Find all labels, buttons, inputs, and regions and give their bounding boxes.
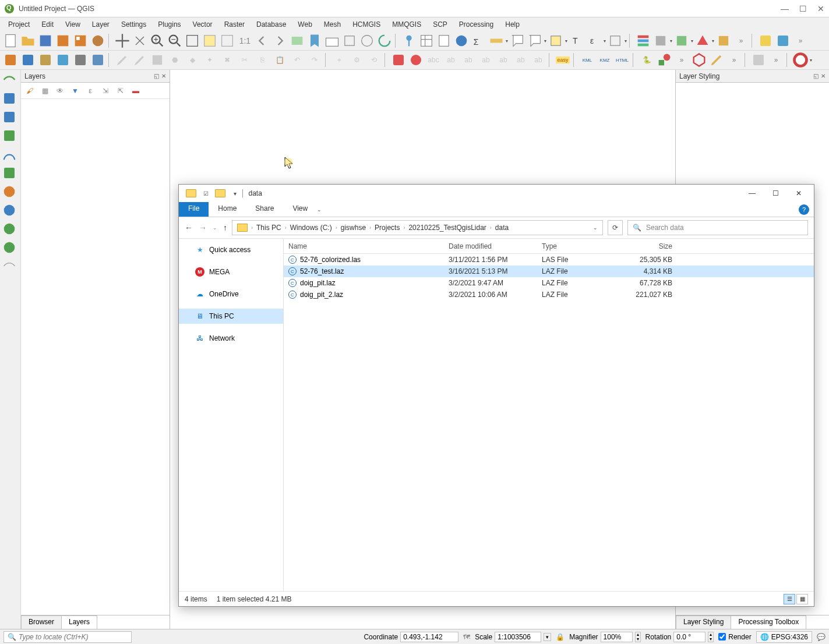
more-tools-4[interactable]: » <box>726 52 742 68</box>
pan-to-selection-button[interactable] <box>132 33 148 49</box>
qat-dropdown-icon[interactable]: ▾ <box>231 189 239 197</box>
map-tips-button[interactable] <box>509 33 525 49</box>
more-tools-3[interactable]: » <box>673 52 690 68</box>
menu-scp[interactable]: SCP <box>427 20 453 29</box>
new-virtual-layer-button[interactable] <box>715 33 732 49</box>
edit-save2-button[interactable] <box>149 52 165 68</box>
menu-plugins[interactable]: Plugins <box>152 20 186 29</box>
nav-onedrive[interactable]: ☁ OneDrive <box>179 286 283 302</box>
edit-copy-button[interactable]: ⎘ <box>254 52 270 68</box>
pan-button[interactable] <box>114 33 130 49</box>
menu-mmqgis[interactable]: MMQGIS <box>386 20 427 29</box>
new-map-view-button[interactable] <box>289 33 305 49</box>
open-project-button[interactable] <box>20 33 36 49</box>
nav-up-button[interactable]: ↑ <box>223 223 227 232</box>
menu-hcmgis[interactable]: HCMGIS <box>347 20 386 29</box>
edit-undo-button[interactable]: ↶ <box>289 52 305 68</box>
georef-button[interactable] <box>750 52 767 68</box>
menu-settings[interactable]: Settings <box>115 20 152 29</box>
file-row[interactable]: C52-76_test.laz 3/16/2021 5:13 PM LAZ Fi… <box>284 266 814 277</box>
v-tool-4[interactable] <box>1 128 17 143</box>
python-button[interactable]: 🐍 <box>638 52 655 68</box>
v-tool-3[interactable] <box>1 109 17 125</box>
zoom-selection-button[interactable] <box>202 33 218 49</box>
ribbon-chevron-icon[interactable]: ⌄ <box>317 207 322 213</box>
more-tools-1[interactable]: » <box>733 33 749 49</box>
edit-move-button[interactable]: ✦ <box>202 52 218 68</box>
col-name-header[interactable]: Name <box>284 242 444 250</box>
field-calculator-button[interactable] <box>436 33 452 49</box>
add-virtual-button[interactable] <box>90 52 106 68</box>
render-checkbox[interactable] <box>718 633 726 641</box>
col-size-header[interactable]: Size <box>613 242 677 250</box>
layer-collapse-button[interactable]: ⇱ <box>114 84 127 97</box>
explorer-titlebar[interactable]: ☑ ▾ │ data — ☐ ✕ <box>179 185 814 202</box>
breadcrumb-dropdown[interactable]: ⌄ <box>590 225 601 231</box>
breadcrumb[interactable]: › This PC› Windows (C:)› giswhse› Projec… <box>232 220 603 235</box>
layout-manager-button[interactable] <box>72 33 89 49</box>
view-details-button[interactable]: ☰ <box>784 594 795 604</box>
crumb-3[interactable]: Projects <box>371 224 403 232</box>
add-delimited-button[interactable] <box>55 52 71 68</box>
tab-processing-toolbox[interactable]: Processing Toolbox <box>731 615 806 629</box>
edit-delete-button[interactable]: ✖ <box>219 52 235 68</box>
menu-mesh[interactable]: Mesh <box>318 20 347 29</box>
help-icon[interactable]: ? <box>799 204 809 215</box>
v-tool-2[interactable] <box>1 91 17 106</box>
lifering-button[interactable] <box>792 52 809 68</box>
label3-button[interactable]: abc <box>425 52 442 68</box>
label6-button[interactable]: ab <box>478 52 494 68</box>
crumb-4[interactable]: 20210225_TestQgisLidar <box>405 224 489 232</box>
crumb-1[interactable]: Windows (C:) <box>287 224 336 232</box>
new-print-layout-button[interactable] <box>55 33 71 49</box>
view-large-icons-button[interactable]: ▦ <box>796 594 808 604</box>
new-geopackage-button[interactable] <box>652 33 669 49</box>
explorer-maximize-button[interactable]: ☐ <box>764 185 787 201</box>
zoom-full-button[interactable] <box>184 33 200 49</box>
label4-button[interactable]: ab <box>443 52 459 68</box>
add-db2-button[interactable] <box>72 52 89 68</box>
measure-button[interactable] <box>488 33 505 49</box>
tab-browser[interactable]: Browser <box>21 615 62 629</box>
nav-recent-dropdown[interactable]: ⌄ <box>213 225 217 231</box>
menu-layer[interactable]: Layer <box>86 20 115 29</box>
ribbon-tab-file[interactable]: File <box>179 202 209 217</box>
col-type-header[interactable]: Type <box>537 242 613 250</box>
zoom-out-button[interactable] <box>167 33 183 49</box>
ribbon-tab-share[interactable]: Share <box>246 202 283 217</box>
scale-input[interactable] <box>495 632 541 642</box>
crumb-5[interactable]: data <box>492 224 512 232</box>
coordinate-input[interactable] <box>400 632 458 642</box>
explorer-minimize-button[interactable]: — <box>740 185 764 201</box>
layer-add-group-button[interactable]: ▦ <box>38 84 51 97</box>
label-button[interactable] <box>390 52 407 68</box>
data-source-manager-button[interactable] <box>635 33 651 49</box>
pencil-button[interactable] <box>708 52 725 68</box>
ribbon-tab-home[interactable]: Home <box>209 202 246 217</box>
layer-expand-button[interactable]: ⇲ <box>99 84 112 97</box>
attributes-table-button[interactable] <box>418 33 435 49</box>
styling-close-button[interactable]: ✕ <box>821 73 826 79</box>
select-expression-button[interactable]: ε <box>586 33 602 49</box>
style-manager-button[interactable] <box>90 33 106 49</box>
label2-button[interactable] <box>408 52 424 68</box>
new-project-button[interactable] <box>2 33 19 49</box>
menu-web[interactable]: Web <box>292 20 318 29</box>
menu-database[interactable]: Database <box>251 20 292 29</box>
label5-button[interactable]: ab <box>460 52 477 68</box>
crumb-0[interactable]: This PC <box>253 224 285 232</box>
file-row[interactable]: C52-76_colorized.las 3/11/2021 1:56 PM L… <box>284 254 814 266</box>
file-row[interactable]: Cdoig_pit.laz 3/2/2021 9:47 AM LAZ File … <box>284 277 814 289</box>
snap-opts-button[interactable]: ⚙ <box>348 52 365 68</box>
shapes-button[interactable] <box>656 52 672 68</box>
plugin-button-1[interactable] <box>757 33 774 49</box>
edit-cut-button[interactable]: ✂ <box>237 52 253 68</box>
snap-button[interactable]: ⌖ <box>331 52 347 68</box>
magnifier-input[interactable] <box>601 632 633 642</box>
panel-undock-button[interactable]: ◱ <box>154 73 159 79</box>
tab-layers[interactable]: Layers <box>61 615 97 629</box>
zoom-layer-button[interactable] <box>219 33 235 49</box>
v-tool-1[interactable] <box>1 72 17 87</box>
v-tool-8[interactable] <box>1 203 17 218</box>
kmz-button[interactable]: KMZ <box>597 52 613 68</box>
